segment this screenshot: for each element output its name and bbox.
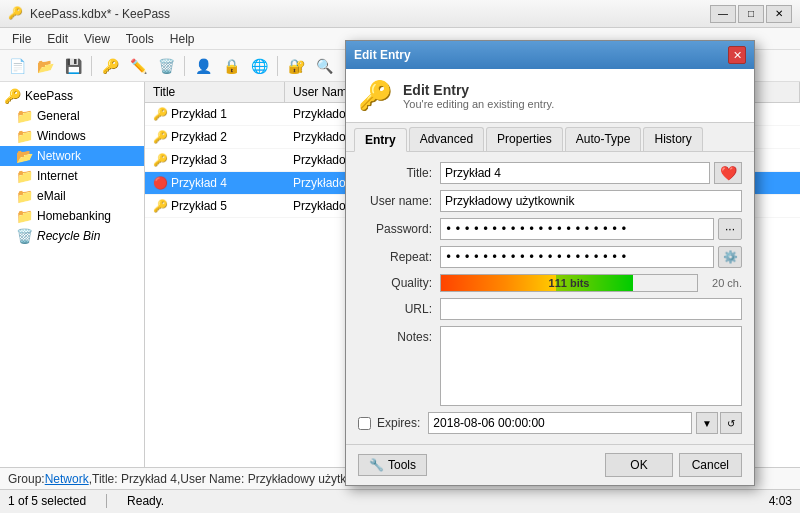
entry-icon: 🔑 [153,199,167,213]
username-field [440,190,742,212]
menu-edit[interactable]: Edit [39,30,76,48]
lock-button[interactable]: 🔐 [283,54,309,78]
cell-title-2: 🔑Przykład 2 [145,128,285,146]
username-input[interactable] [440,190,742,212]
sidebar-label-homebanking: Homebanking [37,209,111,223]
menu-file[interactable]: File [4,30,39,48]
edit-entry-dialog: Edit Entry ✕ 🔑 Edit Entry You're editing… [345,40,755,486]
title-icon-button[interactable]: ❤️ [714,162,742,184]
status-title-label: Title: Przykład 4, [92,472,180,486]
expires-now-button[interactable]: ↺ [720,412,742,434]
maximize-button[interactable]: □ [738,5,764,23]
password-input[interactable] [440,218,714,240]
close-button[interactable]: ✕ [766,5,792,23]
toolbar-separator-1 [91,56,92,76]
tab-history[interactable]: History [643,127,702,151]
entry-icon: 🔑 [153,130,167,144]
title-bar: 🔑 KeePass.kdbx* - KeePass — □ ✕ [0,0,800,28]
notes-textarea[interactable] [440,326,742,406]
sidebar-item-recycle-bin[interactable]: 🗑️ Recycle Bin [0,226,144,246]
notes-label: Notes: [358,326,440,344]
sidebar-label-email: eMail [37,189,66,203]
ok-button[interactable]: OK [605,453,672,477]
notes-field [440,326,742,406]
tab-auto-type[interactable]: Auto-Type [565,127,642,151]
time-display: 4:03 [769,494,792,508]
sidebar-item-general[interactable]: 📁 General [0,106,144,126]
selection-count: 1 of 5 selected [8,494,86,508]
bottom-status: 1 of 5 selected Ready. 4:03 [0,489,800,511]
column-header-title[interactable]: Title [145,82,285,102]
sidebar-item-homebanking[interactable]: 📁 Homebanking [0,206,144,226]
dialog-title-bar: Edit Entry ✕ [346,41,754,69]
dialog-close-button[interactable]: ✕ [728,46,746,64]
dialog-header-subtitle: You're editing an existing entry. [403,98,554,110]
open-url-button[interactable]: 🌐 [246,54,272,78]
dialog-title: Edit Entry [354,48,411,62]
ready-status: Ready. [127,494,164,508]
cancel-button[interactable]: Cancel [679,453,742,477]
quality-bits-label: 111 bits [441,275,697,291]
form-row-url: URL: [358,298,742,320]
edit-entry-button[interactable]: ✏️ [125,54,151,78]
sidebar-item-email[interactable]: 📁 eMail [0,186,144,206]
quality-field: 111 bits 20 ch. [440,274,742,292]
cell-title-3: 🔑Przykład 3 [145,151,285,169]
tab-entry[interactable]: Entry [354,128,407,152]
delete-entry-button[interactable]: 🗑️ [153,54,179,78]
status-group-label: Group: [8,472,45,486]
entry-icon: 🔑 [153,107,167,121]
sidebar-item-network[interactable]: 📂 Network [0,146,144,166]
show-password-button[interactable]: ··· [718,218,742,240]
menu-help[interactable]: Help [162,30,203,48]
expires-dropdown-button[interactable]: ▼ [696,412,718,434]
cell-title-4: 🔴Przykład 4 [145,174,285,192]
sidebar-item-windows[interactable]: 📁 Windows [0,126,144,146]
expires-buttons: ▼ ↺ [696,412,742,434]
dialog-body: Title: ❤️ User name: Password: ··· Repea… [346,152,754,444]
save-database-button[interactable]: 💾 [60,54,86,78]
quality-bar: 111 bits [440,274,698,292]
sidebar-label-windows: Windows [37,129,86,143]
menu-tools[interactable]: Tools [118,30,162,48]
sidebar-label-recycle-bin: Recycle Bin [37,229,100,243]
entry-icon-selected: 🔴 [153,176,167,190]
form-row-username: User name: [358,190,742,212]
dialog-header-icon: 🔑 [358,79,393,112]
copy-username-button[interactable]: 👤 [190,54,216,78]
tools-button[interactable]: 🔧 Tools [358,454,427,476]
expires-date-input[interactable] [428,412,692,434]
repeat-input[interactable] [440,246,714,268]
sidebar-root-label: KeePass [25,89,73,103]
menu-view[interactable]: View [76,30,118,48]
expires-checkbox[interactable] [358,417,371,430]
dialog-footer: 🔧 Tools OK Cancel [346,444,754,485]
add-entry-button[interactable]: 🔑 [97,54,123,78]
open-database-button[interactable]: 📂 [32,54,58,78]
new-database-button[interactable]: 📄 [4,54,30,78]
sidebar: 🔑 KeePass 📁 General 📁 Windows 📂 Network … [0,82,145,467]
url-input[interactable] [440,298,742,320]
tab-advanced[interactable]: Advanced [409,127,484,151]
toolbar-separator-3 [277,56,278,76]
form-row-expires: Expires: ▼ ↺ [358,412,742,434]
generate-password-button[interactable]: ⚙️ [718,246,742,268]
tools-label: Tools [388,458,416,472]
dialog-header: 🔑 Edit Entry You're editing an existing … [346,69,754,123]
tab-properties[interactable]: Properties [486,127,563,151]
url-label: URL: [358,302,440,316]
copy-password-button[interactable]: 🔒 [218,54,244,78]
entry-icon: 🔑 [153,153,167,167]
form-row-repeat: Repeat: ⚙️ [358,246,742,268]
minimize-button[interactable]: — [710,5,736,23]
sidebar-root[interactable]: 🔑 KeePass [0,86,144,106]
find-button[interactable]: 🔍 [311,54,337,78]
password-label: Password: [358,222,440,236]
folder-icon: 📁 [16,108,33,124]
status-group-link[interactable]: Network [45,472,89,486]
dialog-header-text: Edit Entry You're editing an existing en… [403,82,554,110]
title-input[interactable] [440,162,710,184]
folder-icon: 📁 [16,208,33,224]
sidebar-item-internet[interactable]: 📁 Internet [0,166,144,186]
title-field: ❤️ [440,162,742,184]
